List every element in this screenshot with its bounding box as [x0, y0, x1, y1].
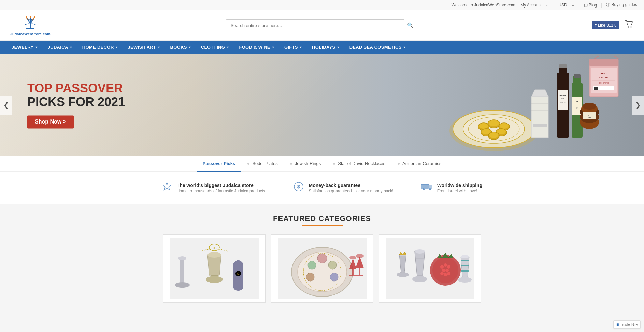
svg-point-16 — [489, 120, 499, 126]
svg-text:CACAO: CACAO — [599, 76, 608, 79]
chevron-down-icon: ▼ — [35, 46, 38, 49]
fb-like-label: Like 311K — [598, 23, 616, 28]
svg-rect-57 — [595, 87, 596, 90]
svg-rect-75 — [421, 184, 429, 185]
svg-point-2 — [30, 16, 31, 18]
svg-point-95 — [306, 273, 314, 281]
hero-next-button[interactable]: ❯ — [632, 96, 644, 115]
svg-point-92 — [317, 254, 327, 263]
nav-dead-sea[interactable]: DEAD SEA COSMETICS ▼ — [345, 41, 411, 54]
nav-home-decor[interactable]: HOME DECOR ▼ — [77, 41, 123, 54]
svg-point-6 — [33, 18, 34, 19]
truck-icon — [421, 182, 432, 193]
svg-point-94 — [328, 261, 337, 269]
featured-title: FEATURED CATEGORIES — [14, 214, 630, 223]
search-bar[interactable]: 🔍 — [226, 19, 417, 31]
svg-text:✡: ✡ — [213, 247, 215, 250]
nav-gifts[interactable]: GIFTS ▼ — [280, 41, 307, 54]
svg-point-9 — [628, 26, 629, 28]
svg-point-4 — [34, 16, 35, 18]
dollar-icon: $ — [294, 182, 304, 194]
feature-money-text: Money-back guarantee Satisfaction guaran… — [309, 183, 393, 193]
category-silver-image — [386, 238, 474, 299]
prev-icon: ❮ — [3, 101, 9, 109]
svg-point-3 — [26, 16, 27, 18]
buying-guides-link[interactable]: ⓘ Buying guides — [606, 2, 637, 8]
nav-food-wine[interactable]: FOOD & WINE ▼ — [234, 41, 280, 54]
separator3: | — [601, 3, 602, 8]
next-icon: ❯ — [635, 101, 641, 109]
svg-point-115 — [444, 263, 447, 267]
chevron-down-icon: ▼ — [226, 46, 229, 49]
svg-point-82 — [206, 276, 223, 283]
featured-section: FEATURED CATEGORIES ✡ — [0, 204, 644, 306]
category-card-silver[interactable] — [379, 234, 481, 303]
svg-point-119 — [440, 272, 444, 275]
logo[interactable]: JudaicaWebStore.com — [10, 14, 51, 36]
my-account-link[interactable]: My Account — [520, 3, 542, 8]
top-bar: Welcome to JudaicaWebStore.com. My Accou… — [0, 0, 644, 10]
svg-point-8 — [32, 19, 33, 21]
main-nav: JEWELRY ▼ JUDAICA ▼ HOME DECOR ▼ JEWISH … — [0, 41, 644, 54]
nav-clothing[interactable]: CLOTHING ▼ — [196, 41, 234, 54]
svg-marker-68 — [163, 182, 171, 190]
hero-prev-button[interactable]: ❮ — [0, 96, 12, 115]
featured-underline — [302, 225, 343, 226]
svg-point-118 — [445, 269, 449, 272]
header: JudaicaWebStore.com 🔍 f Like 311K — [0, 10, 644, 41]
nav-jewelry[interactable]: JEWELRY ▼ — [7, 41, 43, 54]
svg-point-96 — [330, 273, 338, 281]
svg-point-5 — [26, 18, 27, 19]
svg-marker-28 — [531, 90, 548, 97]
svg-point-10 — [630, 26, 632, 28]
cart-button[interactable] — [625, 20, 634, 30]
blog-icon: ▢ — [584, 3, 588, 8]
hero-content: TOP PASSOVER PICKS FOR 2021 Shop Now > — [27, 82, 125, 128]
svg-text:שמן: שמן — [588, 114, 591, 116]
svg-rect-125 — [461, 260, 469, 261]
features-row: The world's biggest Judaica store Home t… — [0, 172, 644, 204]
chevron-down-icon: ▼ — [115, 46, 118, 49]
svg-point-120 — [444, 273, 447, 276]
hero-products: JERUSA LEM OLIVE OIL שמן זית 100% HOLY C… — [426, 54, 630, 156]
svg-text:טבעי: טבעי — [588, 117, 591, 118]
fb-like-button[interactable]: f Like 311K — [592, 21, 619, 29]
tab-jewish-rings[interactable]: Jewish Rings — [284, 156, 327, 172]
search-button[interactable]: 🔍 — [404, 19, 417, 31]
feature-judaica-text: The world's biggest Judaica store Home t… — [177, 183, 267, 193]
hero-shop-now-button[interactable]: Shop Now > — [27, 116, 74, 129]
svg-point-109 — [412, 276, 427, 282]
svg-text:שמן: שמן — [576, 100, 578, 102]
tab-armenian-ceramics[interactable]: Armenian Ceramics — [391, 156, 447, 172]
nav-jewish-art[interactable]: JEWISH ART ▼ — [123, 41, 166, 54]
nav-books[interactable]: BOOKS ▼ — [166, 41, 196, 54]
search-input[interactable] — [226, 19, 417, 31]
header-right: f Like 311K — [592, 20, 634, 30]
nav-judaica[interactable]: JUDAICA ▼ — [43, 41, 77, 54]
svg-rect-43 — [574, 74, 581, 78]
svg-point-20 — [500, 123, 509, 129]
tab-seder-plates[interactable]: Seder Plates — [241, 156, 284, 172]
svg-point-114 — [440, 265, 444, 269]
svg-text:OLIVE OIL: OLIVE OIL — [560, 102, 566, 104]
svg-point-79 — [175, 282, 190, 288]
nav-holidays[interactable]: HOLIDAYS ▼ — [307, 41, 345, 54]
category-grid: ✡ ✡ — [14, 234, 630, 303]
tab-star-david[interactable]: Star of David Necklaces — [327, 156, 391, 172]
currency-select[interactable]: USD — [558, 3, 567, 8]
blog-link[interactable]: ▢ Blog — [584, 3, 597, 8]
category-card-seder[interactable] — [271, 234, 373, 303]
svg-rect-29 — [533, 124, 547, 127]
tab-dot4 — [398, 163, 400, 165]
category-card-judaica[interactable]: ✡ ✡ — [163, 234, 266, 303]
svg-rect-103 — [386, 238, 474, 299]
svg-point-106 — [397, 272, 409, 277]
svg-text:32% CACAO: 32% CACAO — [599, 82, 609, 84]
tab-passover-picks[interactable]: Passover Picks — [197, 156, 241, 172]
svg-text:✡: ✡ — [237, 272, 240, 276]
svg-point-122 — [461, 255, 469, 258]
tab-dot3 — [333, 163, 335, 165]
hero-tabs: Passover Picks Seder Plates Jewish Rings… — [0, 156, 644, 172]
chevron-down-icon: ▼ — [299, 46, 302, 49]
svg-point-99 — [349, 256, 356, 259]
